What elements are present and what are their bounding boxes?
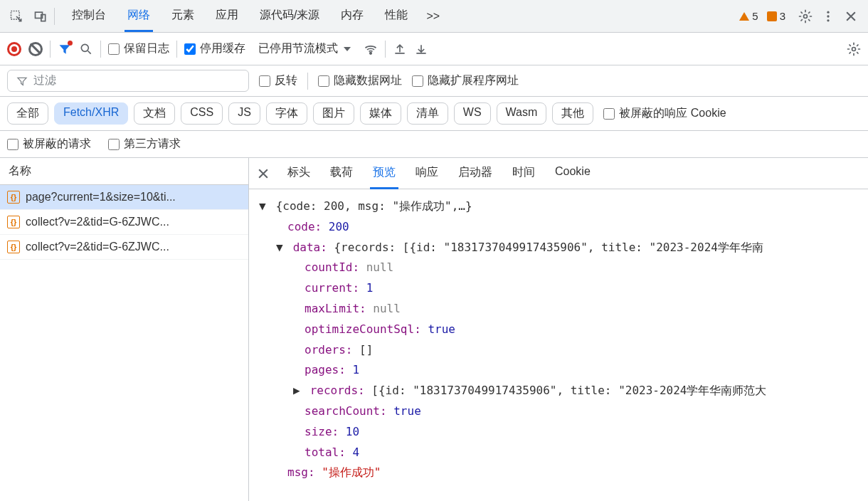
blocked-requests-checkbox[interactable]: 被屏蔽的请求: [7, 137, 91, 152]
filter-toggle-icon[interactable]: [58, 42, 72, 56]
devtools-tab[interactable]: 元素: [169, 1, 197, 31]
svg-point-9: [852, 47, 856, 51]
import-har-icon[interactable]: [393, 42, 407, 56]
secondary-filter-row: 被屏蔽的请求 第三方请求: [0, 131, 868, 158]
record-button[interactable]: [7, 42, 21, 56]
resource-type-chip[interactable]: CSS: [181, 102, 223, 125]
expand-toggle[interactable]: ▼: [259, 196, 269, 217]
request-name: page?current=1&size=10&ti...: [26, 191, 176, 204]
chevron-down-icon: [344, 47, 351, 51]
kebab-menu-icon[interactable]: [821, 9, 835, 23]
resource-type-chip[interactable]: 媒体: [360, 102, 401, 125]
main-split: 名称 {}page?current=1&size=10&ti...{}colle…: [0, 158, 868, 501]
resource-type-chip[interactable]: 全部: [7, 102, 48, 125]
response-preview[interactable]: ▼ {code: 200, msg: "操作成功",…} code: 200 ▼…: [249, 189, 868, 501]
throttling-select[interactable]: 已停用节流模式: [253, 38, 356, 59]
network-settings-icon[interactable]: [847, 42, 861, 56]
xhr-icon: {}: [7, 216, 20, 228]
xhr-icon: {}: [7, 241, 20, 253]
preserve-log-checkbox[interactable]: 保留日志: [108, 41, 169, 56]
request-list-panel: 名称 {}page?current=1&size=10&ti...{}colle…: [0, 158, 249, 501]
detail-tab[interactable]: 时间: [509, 158, 538, 189]
svg-point-7: [81, 44, 88, 51]
throttling-label: 已停用节流模式: [258, 41, 338, 56]
resource-type-chip[interactable]: 清单: [407, 102, 448, 125]
resource-type-chip[interactable]: 文档: [134, 102, 175, 125]
divider: [385, 41, 386, 58]
issue-square-icon: [767, 11, 777, 21]
warnings-badge[interactable]: 5: [739, 10, 758, 22]
search-icon[interactable]: [79, 42, 93, 56]
request-row[interactable]: {}collect?v=2&tid=G-6ZJWC...: [0, 210, 248, 235]
detail-tab[interactable]: 启动器: [455, 158, 495, 189]
hide-ext-urls-label: 隐藏扩展程序网址: [428, 73, 519, 88]
devtools-top-tabs: 控制台网络元素应用源代码/来源内存性能 >> 5 3: [0, 0, 868, 33]
resource-type-chip[interactable]: 其他: [552, 102, 593, 125]
network-conditions-icon[interactable]: [364, 42, 378, 56]
detail-tab[interactable]: 预览: [370, 158, 398, 189]
detail-tabs: 标头载荷预览响应启动器时间Cookie: [249, 158, 868, 189]
disable-cache-label: 停用缓存: [200, 41, 245, 56]
detail-tab[interactable]: 标头: [285, 158, 313, 189]
request-name: collect?v=2&tid=G-6ZJWC...: [26, 216, 169, 228]
resource-type-chips: 全部Fetch/XHR文档CSSJS字体图片媒体清单WSWasm其他 被屏蔽的响…: [0, 97, 868, 131]
request-list-header: 名称: [0, 158, 248, 185]
issues-badge[interactable]: 3: [767, 10, 785, 22]
blocked-cookies-checkbox[interactable]: 被屏蔽的响应 Cookie: [603, 106, 726, 121]
hide-data-urls-checkbox[interactable]: 隐藏数据网址: [318, 73, 402, 88]
expand-toggle[interactable]: ▶: [293, 381, 303, 401]
resource-type-chip[interactable]: WS: [454, 102, 491, 125]
request-row[interactable]: {}collect?v=2&tid=G-6ZJWC...: [0, 235, 248, 260]
detail-tab[interactable]: 响应: [413, 158, 441, 189]
inspect-element-icon[interactable]: [6, 6, 27, 27]
issue-count: 3: [780, 10, 785, 22]
divider: [307, 73, 308, 90]
third-party-label: 第三方请求: [124, 137, 181, 152]
svg-point-6: [827, 19, 829, 21]
disable-cache-checkbox[interactable]: 停用缓存: [184, 41, 245, 56]
request-name: collect?v=2&tid=G-6ZJWC...: [26, 241, 169, 253]
filter-input[interactable]: 过滤: [7, 70, 249, 92]
close-devtools-icon[interactable]: [844, 9, 858, 23]
svg-point-8: [370, 52, 372, 54]
hide-data-urls-label: 隐藏数据网址: [334, 73, 402, 88]
clear-button[interactable]: [28, 42, 43, 56]
resource-type-chip[interactable]: Wasm: [497, 102, 547, 125]
resource-type-chip[interactable]: JS: [228, 102, 260, 125]
devtools-tab[interactable]: 内存: [338, 1, 366, 31]
request-detail-panel: 标头载荷预览响应启动器时间Cookie ▼ {code: 200, msg: "…: [249, 158, 868, 501]
divider: [50, 41, 51, 58]
svg-point-5: [827, 15, 829, 17]
network-toolbar: 保留日志 停用缓存 已停用节流模式: [0, 33, 868, 65]
devtools-tab[interactable]: 网络: [125, 1, 153, 32]
warning-triangle-icon: [739, 12, 749, 21]
settings-icon[interactable]: [798, 9, 813, 23]
devtools-tab[interactable]: 控制台: [69, 1, 109, 31]
request-row[interactable]: {}page?current=1&size=10&ti...: [0, 185, 248, 210]
divider: [176, 41, 177, 58]
request-list: {}page?current=1&size=10&ti...{}collect?…: [0, 185, 248, 501]
detail-tab[interactable]: 载荷: [327, 158, 356, 189]
invert-checkbox[interactable]: 反转: [259, 73, 297, 88]
device-toolbar-icon[interactable]: [30, 6, 51, 27]
devtools-tab[interactable]: 源代码/来源: [257, 1, 322, 31]
divider: [100, 41, 101, 58]
close-detail-icon[interactable]: [249, 167, 277, 181]
third-party-checkbox[interactable]: 第三方请求: [108, 137, 181, 152]
warning-count: 5: [752, 10, 758, 22]
filter-placeholder: 过滤: [33, 73, 56, 88]
blocked-cookies-label: 被屏蔽的响应 Cookie: [619, 106, 726, 121]
svg-point-4: [827, 11, 829, 13]
svg-point-3: [804, 14, 808, 18]
devtools-tab[interactable]: 应用: [213, 1, 241, 31]
resource-type-chip[interactable]: 字体: [266, 102, 307, 125]
hide-ext-urls-checkbox[interactable]: 隐藏扩展程序网址: [412, 73, 519, 88]
expand-toggle[interactable]: ▼: [276, 238, 286, 258]
devtools-tab[interactable]: 性能: [382, 1, 411, 31]
resource-type-chip[interactable]: 图片: [313, 102, 354, 125]
resource-type-chip[interactable]: Fetch/XHR: [54, 102, 128, 125]
divider: [54, 8, 55, 25]
detail-tab[interactable]: Cookie: [552, 158, 593, 189]
tabs-overflow[interactable]: >>: [423, 3, 443, 30]
export-har-icon[interactable]: [414, 42, 428, 56]
